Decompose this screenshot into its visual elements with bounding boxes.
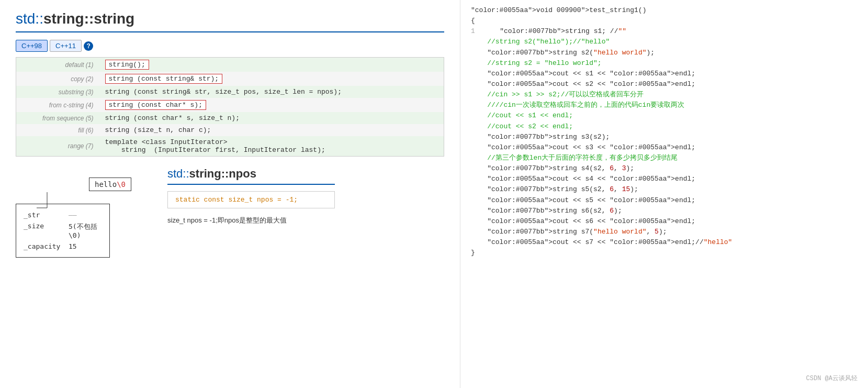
npos-desc: size_t npos = -1;即npos是整型的最大值 <box>167 216 335 225</box>
line-content: "color:#0055aa">cout << s1 << "color:#00… <box>471 70 695 77</box>
line-content: "color:#0055aa">cout << s5 << "color:#00… <box>471 196 695 204</box>
code-line: //cout << s1 << endl; <box>471 110 858 121</box>
npos-code-box: static const size_t npos = -1; <box>167 191 335 208</box>
code-line: //第三个参数len大于后面的字符长度，有多少拷贝多少到结尾 <box>471 153 858 163</box>
line-number: 1 <box>471 26 479 37</box>
help-icon[interactable]: ? <box>84 41 93 51</box>
code-line: "color:#0055aa">cout << s7 << "color:#00… <box>471 237 858 248</box>
table-row: range (7) template <class InputIterator>… <box>16 136 444 157</box>
row-code: string (const string& str, size_t pos, s… <box>100 86 444 98</box>
row-code: string(); <box>100 58 444 72</box>
code-line: //cin >> s1 >> s2;//可以以空格或者回车分开 <box>471 90 858 100</box>
row-label: substring (3) <box>16 86 100 98</box>
line-content: "color:#0055aa">void 009900">test_string… <box>471 6 646 14</box>
title-prefix: std:: <box>16 10 43 27</box>
str-field-label: _str <box>24 211 65 219</box>
npos-prefix: std:: <box>167 167 189 180</box>
title-divider <box>16 31 444 32</box>
line-content: "color:#0077bb">string s1; //"" <box>483 27 626 35</box>
row-label: range (7) <box>16 136 100 157</box>
capacity-field-value: 15 <box>69 242 77 250</box>
line-content: { <box>471 17 475 25</box>
row-label: default (1) <box>16 58 100 72</box>
code-line: //cout << s2 << endl; <box>471 121 858 132</box>
table-row: copy (2) string (const string& str); <box>16 72 444 86</box>
row-code: string (size_t n, char c); <box>100 124 444 136</box>
code-line: "color:#0055aa">cout << s1 << "color:#00… <box>471 69 858 79</box>
line-content: "color:#0055aa">cout << s3 << "color:#00… <box>471 143 695 151</box>
code-line: "color:#0055aa">cout << s3 << "color:#00… <box>471 142 858 153</box>
row-code: string (const string& str); <box>100 72 444 86</box>
right-panel: "color:#0055aa">void 009900">test_string… <box>460 0 868 388</box>
capacity-field-label: _capacity <box>24 242 65 250</box>
code-line: "color:#0077bb">string s2("hello world")… <box>471 48 858 58</box>
line-content: "color:#0077bb">string s6(s2, 6); <box>471 207 622 215</box>
code-line: ////cin一次读取空格或回车之前的，上面的代码cin要读取两次 <box>471 100 858 110</box>
table-row: fill (6) string (size_t n, char c); <box>16 124 444 136</box>
code-line: 1 "color:#0077bb">string s1; //"" <box>471 26 858 37</box>
str-table: _str —— _size 5(不包括\0) _capacity 15 <box>16 204 110 258</box>
tab-cpp98[interactable]: C++98 <box>16 40 48 52</box>
str-field-value: —— <box>69 211 77 219</box>
code-line: "color:#0077bb">string s4(s2, 6, 3); <box>471 163 858 174</box>
size-field-label: _size <box>24 222 65 239</box>
string-diagram: hello\0 _str —— _size <box>16 178 131 258</box>
page-title: std::string::string <box>16 10 444 27</box>
line-content: //cin >> s1 >> s2;//可以以空格或者回车分开 <box>471 91 644 98</box>
line-content: "color:#0077bb">string s5(s2, 6, 15); <box>471 185 638 193</box>
watermark: CSDN @A云谈风轻 <box>806 374 858 384</box>
code-line: "color:#0055aa">void 009900">test_string… <box>471 5 858 16</box>
npos-main: string::npos <box>189 167 256 180</box>
line-content: //cout << s2 << endl; <box>471 123 573 130</box>
table-row: from sequence (5) string (const char* s,… <box>16 112 444 124</box>
code-line: "color:#0077bb">string s6(s2, 6); <box>471 206 858 216</box>
code-line: "color:#0077bb">string s5(s2, 6, 15); <box>471 184 858 195</box>
hello-text: hello <box>95 180 117 189</box>
str-field-size: _size 5(不包括\0) <box>24 220 102 241</box>
reference-table: default (1) string(); copy (2) string (c… <box>16 57 444 157</box>
tab-cpp11[interactable]: C++11 <box>50 40 82 52</box>
row-label: copy (2) <box>16 72 100 86</box>
line-content: "color:#0055aa">cout << s6 << "color:#00… <box>471 217 695 225</box>
backslash0-text: \0 <box>117 180 126 189</box>
line-content: "color:#0077bb">string s2("hello world")… <box>471 49 655 57</box>
code-line: "color:#0055aa">cout << s6 << "color:#00… <box>471 216 858 227</box>
line-content: //cout << s1 << endl; <box>471 112 573 119</box>
line-content: } <box>471 249 475 257</box>
code-line: //string s2("hello");//"hello" <box>471 37 858 47</box>
str-field-capacity: _capacity 15 <box>24 241 102 252</box>
code-line: } <box>471 248 858 258</box>
left-panel: std::string::string C++98 C++11 ? defaul… <box>0 0 460 388</box>
code-line: "color:#0077bb">string s3(s2); <box>471 132 858 142</box>
row-code: string (const char* s, size_t n); <box>100 112 444 124</box>
bottom-section: hello\0 _str —— _size <box>16 167 444 258</box>
table-row: from c-string (4) string (const char* s)… <box>16 98 444 112</box>
npos-section: std::string::npos static const size_t np… <box>167 167 335 225</box>
hello-box: hello\0 <box>89 178 131 191</box>
code-block: "color:#0055aa">void 009900">test_string… <box>471 5 858 258</box>
line-content: //string s2("hello");//"hello" <box>471 38 610 46</box>
code-line: { <box>471 16 858 26</box>
row-label: fill (6) <box>16 124 100 136</box>
code-line: "color:#0055aa">cout << s5 << "color:#00… <box>471 195 858 206</box>
code-line: "color:#0055aa">cout << s4 << "color:#00… <box>471 174 858 184</box>
line-content: "color:#0077bb">string s3(s2); <box>471 133 610 141</box>
table-row: substring (3) string (const string& str,… <box>16 86 444 98</box>
code-line: "color:#0055aa">cout << s2 << "color:#00… <box>471 79 858 90</box>
code-line: "color:#0077bb">string s7("hello world",… <box>471 227 858 237</box>
line-content: "color:#0055aa">cout << s7 << "color:#00… <box>471 238 732 246</box>
line-content: ////cin一次读取空格或回车之前的，上面的代码cin要读取两次 <box>471 101 684 109</box>
line-content: //string s2 = "hello world"; <box>471 59 602 67</box>
size-field-value: 5(不包括\0) <box>69 222 102 239</box>
table-row: default (1) string(); <box>16 58 444 72</box>
line-content: "color:#0055aa">cout << s2 << "color:#00… <box>471 80 695 88</box>
tabs-row: C++98 C++11 ? <box>16 40 444 52</box>
str-field-str: _str —— <box>24 209 102 220</box>
row-code: string (const char* s); <box>100 98 444 112</box>
code-line: //string s2 = "hello world"; <box>471 58 858 69</box>
npos-title: std::string::npos <box>167 167 335 181</box>
line-content: "color:#0077bb">string s7("hello world",… <box>471 228 667 236</box>
line-content: //第三个参数len大于后面的字符长度，有多少拷贝多少到结尾 <box>471 154 678 162</box>
row-label: from c-string (4) <box>16 98 100 112</box>
row-label: from sequence (5) <box>16 112 100 124</box>
